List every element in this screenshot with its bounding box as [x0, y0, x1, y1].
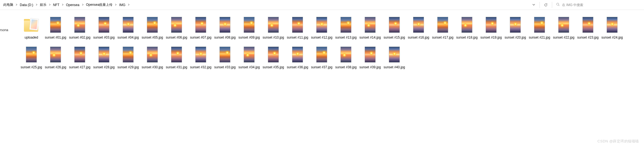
- file-item[interactable]: sunset #10.jpg: [261, 15, 285, 40]
- file-item[interactable]: sunset #08.jpg: [213, 15, 237, 40]
- item-label: sunset #09.jpg: [238, 35, 260, 40]
- file-item[interactable]: sunset #34.jpg: [237, 45, 261, 69]
- image-thumbnail: [505, 15, 525, 35]
- history-dropdown-icon[interactable]: [530, 1, 538, 9]
- chevron-right-icon: [114, 3, 117, 6]
- breadcrumb-segment[interactable]: NFT: [53, 3, 59, 7]
- item-label: sunset #05.jpg: [142, 35, 163, 40]
- image-thumbnail: [288, 45, 307, 64]
- file-item[interactable]: sunset #09.jpg: [237, 15, 261, 40]
- breadcrumb-segment[interactable]: Data (D:): [20, 3, 33, 7]
- item-label: sunset #04.jpg: [117, 35, 139, 40]
- item-label: sunset #31.jpg: [166, 65, 187, 69]
- file-item[interactable]: sunset #27.jpg: [68, 45, 92, 69]
- file-item[interactable]: sunset #30.jpg: [140, 45, 164, 69]
- file-item[interactable]: sunset #22.jpg: [552, 15, 576, 40]
- chevron-right-icon: [61, 3, 64, 6]
- image-thumbnail: [118, 45, 138, 64]
- image-thumbnail: [70, 15, 90, 35]
- file-item[interactable]: sunset #39.jpg: [358, 45, 382, 69]
- search-box[interactable]: [554, 1, 642, 9]
- image-thumbnail: [312, 15, 332, 35]
- toolbar-divider: [540, 2, 540, 8]
- file-item[interactable]: sunset #33.jpg: [213, 45, 237, 69]
- image-thumbnail: [602, 15, 622, 35]
- item-label: sunset #14.jpg: [359, 35, 381, 40]
- search-icon: [556, 2, 560, 7]
- image-thumbnail: [384, 15, 404, 35]
- file-item[interactable]: sunset #16.jpg: [406, 15, 431, 40]
- file-item[interactable]: sunset #29.jpg: [116, 45, 140, 69]
- refresh-button[interactable]: [541, 1, 550, 9]
- breadcrumb[interactable]: 此电脑Data (D:)娱乐NFTOpenseaOpensea批量上传IMG: [2, 2, 529, 7]
- file-item[interactable]: sunset #35.jpg: [261, 45, 285, 69]
- file-item[interactable]: sunset #37.jpg: [310, 45, 334, 69]
- image-thumbnail: [239, 15, 259, 35]
- file-item[interactable]: sunset #13.jpg: [334, 15, 358, 40]
- breadcrumb-segment[interactable]: 娱乐: [40, 2, 46, 7]
- search-input[interactable]: [562, 3, 640, 7]
- item-label: sunset #20.jpg: [505, 35, 526, 40]
- item-label: sunset #02.jpg: [69, 35, 90, 40]
- breadcrumb-segment[interactable]: IMG: [119, 3, 125, 7]
- item-label: sunset #38.jpg: [335, 65, 357, 69]
- file-item[interactable]: sunset #05.jpg: [140, 15, 164, 40]
- toolbar-divider: [552, 2, 552, 8]
- image-thumbnail: [94, 15, 114, 35]
- file-item[interactable]: sunset #28.jpg: [92, 45, 116, 69]
- file-item[interactable]: sunset #25.jpg: [19, 45, 43, 69]
- item-label: sunset #26.jpg: [45, 65, 66, 69]
- breadcrumb-segment[interactable]: Opensea批量上传: [86, 2, 113, 7]
- folder-item[interactable]: uploaded: [19, 15, 43, 40]
- chevron-right-icon: [35, 3, 38, 6]
- svg-line-1: [558, 5, 559, 6]
- file-item[interactable]: sunset #04.jpg: [116, 15, 140, 40]
- chevron-right-icon: [15, 3, 18, 6]
- breadcrumb-segment[interactable]: 此电脑: [3, 2, 13, 7]
- item-label: sunset #21.jpg: [529, 35, 550, 40]
- file-item[interactable]: sunset #07.jpg: [189, 15, 213, 40]
- image-thumbnail: [360, 45, 380, 64]
- file-item[interactable]: sunset #02.jpg: [68, 15, 92, 40]
- item-label: sunset #22.jpg: [553, 35, 574, 40]
- item-label: sunset #03.jpg: [93, 35, 115, 40]
- image-thumbnail: [360, 15, 380, 35]
- image-thumbnail: [263, 15, 283, 35]
- file-item[interactable]: sunset #17.jpg: [431, 15, 455, 40]
- file-item[interactable]: sunset #31.jpg: [164, 45, 189, 69]
- file-item[interactable]: sunset #23.jpg: [576, 15, 600, 40]
- file-item[interactable]: sunset #01.jpg: [43, 15, 68, 40]
- address-toolbar: 此电脑Data (D:)娱乐NFTOpenseaOpensea批量上传IMG: [0, 0, 644, 10]
- file-item[interactable]: sunset #21.jpg: [527, 15, 552, 40]
- item-label: sunset #36.jpg: [287, 65, 308, 69]
- image-thumbnail: [46, 15, 65, 35]
- file-item[interactable]: sunset #24.jpg: [600, 15, 624, 40]
- file-item[interactable]: sunset #12.jpg: [310, 15, 334, 40]
- item-label: sunset #35.jpg: [263, 65, 284, 69]
- item-label: sunset #08.jpg: [214, 35, 236, 40]
- image-thumbnail: [46, 45, 65, 64]
- breadcrumb-segment[interactable]: Opensea: [66, 3, 79, 7]
- file-item[interactable]: sunset #26.jpg: [43, 45, 68, 69]
- file-item[interactable]: sunset #38.jpg: [334, 45, 358, 69]
- image-thumbnail: [239, 45, 259, 64]
- file-item[interactable]: sunset #18.jpg: [455, 15, 479, 40]
- file-item[interactable]: sunset #40.jpg: [382, 45, 406, 69]
- file-item[interactable]: sunset #14.jpg: [358, 15, 382, 40]
- item-label: sunset #27.jpg: [69, 65, 90, 69]
- image-thumbnail: [191, 45, 211, 64]
- file-item[interactable]: sunset #19.jpg: [479, 15, 503, 40]
- image-thumbnail: [215, 45, 235, 64]
- file-item[interactable]: sunset #36.jpg: [285, 45, 310, 69]
- item-label: sunset #18.jpg: [456, 35, 478, 40]
- item-label: sunset #10.jpg: [263, 35, 284, 40]
- file-item[interactable]: sunset #06.jpg: [164, 15, 189, 40]
- file-item[interactable]: sunset #20.jpg: [503, 15, 527, 40]
- file-item[interactable]: sunset #32.jpg: [189, 45, 213, 69]
- item-label: sunset #29.jpg: [117, 65, 139, 69]
- file-item[interactable]: sunset #03.jpg: [92, 15, 116, 40]
- file-item[interactable]: sunset #11.jpg: [285, 15, 310, 40]
- item-label: sunset #40.jpg: [384, 65, 405, 69]
- item-label: sunset #32.jpg: [190, 65, 211, 69]
- file-item[interactable]: sunset #15.jpg: [382, 15, 406, 40]
